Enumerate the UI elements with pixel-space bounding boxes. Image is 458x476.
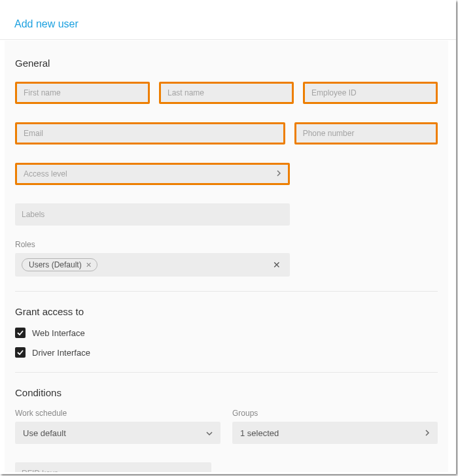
section-title-grant: Grant access to <box>15 306 438 317</box>
checkbox-checked-icon[interactable] <box>15 347 26 358</box>
form-content: General Access level Labels Roles <box>5 41 448 472</box>
groups-value: 1 selected <box>240 428 279 438</box>
work-schedule-label: Work schedule <box>15 409 220 418</box>
checkbox-checked-icon[interactable] <box>15 328 26 338</box>
labels-field[interactable]: Labels <box>15 203 290 226</box>
groups-label: Groups <box>232 409 438 418</box>
roles-label: Roles <box>15 240 438 249</box>
close-icon[interactable]: ✕ <box>86 261 92 269</box>
first-name-field[interactable] <box>15 82 150 104</box>
clear-roles-icon[interactable]: ✕ <box>273 260 281 270</box>
web-interface-label: Web Interface <box>32 328 85 338</box>
last-name-field[interactable] <box>159 82 294 104</box>
divider <box>15 291 438 292</box>
access-level-placeholder: Access level <box>24 169 67 178</box>
section-title-conditions: Conditions <box>15 387 438 398</box>
labels-placeholder: Labels <box>22 210 44 219</box>
page-title: Add new user <box>14 18 442 30</box>
last-name-input[interactable] <box>167 88 285 97</box>
web-interface-checkbox-row[interactable]: Web Interface <box>15 328 438 338</box>
rfid-placeholder: RFID keys <box>22 469 58 472</box>
employee-id-input[interactable] <box>311 88 429 97</box>
email-input[interactable] <box>24 129 277 138</box>
employee-id-field[interactable] <box>303 82 438 104</box>
driver-interface-checkbox-row[interactable]: Driver Interface <box>15 347 438 358</box>
work-schedule-value: Use default <box>23 428 66 438</box>
chevron-down-icon <box>206 428 213 438</box>
role-chip[interactable]: Users (Default) ✕ <box>22 258 97 271</box>
section-title-general: General <box>15 58 438 69</box>
chevron-right-icon <box>425 428 430 438</box>
driver-interface-label: Driver Interface <box>32 348 90 358</box>
email-field[interactable] <box>15 122 285 144</box>
first-name-input[interactable] <box>24 88 141 97</box>
phone-field[interactable] <box>294 122 438 144</box>
groups-select[interactable]: 1 selected <box>232 422 438 444</box>
divider <box>15 372 438 373</box>
work-schedule-select[interactable]: Use default <box>15 422 220 444</box>
phone-input[interactable] <box>303 129 429 138</box>
roles-field[interactable]: Users (Default) ✕ ✕ <box>15 253 290 277</box>
role-chip-label: Users (Default) <box>29 260 82 269</box>
rfid-field[interactable]: RFID keys <box>15 462 211 472</box>
chevron-right-icon <box>277 169 281 178</box>
access-level-field[interactable]: Access level <box>15 163 290 185</box>
page-header: Add new user <box>0 0 456 40</box>
